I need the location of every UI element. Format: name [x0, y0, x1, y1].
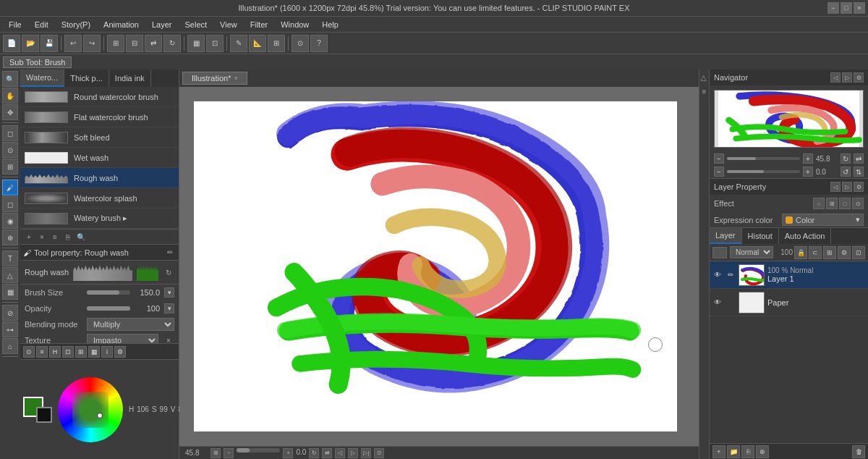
eyedropper-tool-icon[interactable]: ⊕: [2, 230, 18, 245]
status-btn-3[interactable]: +: [283, 448, 293, 458]
color-history-icon[interactable]: ⊡: [62, 346, 74, 358]
canvas-tab-close[interactable]: ×: [234, 75, 237, 82]
expression-color-dropdown[interactable]: Color ▾: [782, 214, 864, 226]
zoom-fit-button[interactable]: ⊡: [206, 35, 224, 52]
guide-button[interactable]: ⊞: [268, 35, 285, 52]
menu-help[interactable]: Help: [316, 19, 344, 30]
menu-select[interactable]: Select: [179, 19, 213, 30]
minimize-button[interactable]: −: [827, 2, 839, 14]
save-button[interactable]: 💾: [41, 35, 58, 52]
rotate-btn[interactable]: ↻: [309, 448, 319, 458]
menu-window[interactable]: Window: [275, 19, 315, 30]
opacity-toggle[interactable]: ▾: [164, 303, 174, 313]
sub-tool-tab-thick[interactable]: Thick p...: [64, 70, 109, 87]
layer-blend-dropdown[interactable]: Normal Multiply Screen: [730, 246, 773, 258]
brush-tool-icon[interactable]: 🖌: [2, 180, 18, 195]
menu-file[interactable]: File: [3, 19, 27, 30]
menu-animation[interactable]: Animation: [98, 19, 145, 30]
color-profile-button[interactable]: ⊙: [292, 35, 309, 52]
status-btn-2[interactable]: −: [224, 448, 234, 458]
select-tool-icon[interactable]: ◻: [2, 125, 18, 141]
menu-layer[interactable]: Layer: [146, 19, 178, 30]
color-hue-icon[interactable]: H: [49, 346, 61, 358]
opacity-slider[interactable]: [87, 306, 130, 311]
help-button[interactable]: ?: [310, 35, 328, 52]
brush-item-watercolor-splash[interactable]: Watercolor splash: [20, 188, 179, 209]
canvas-size-button[interactable]: ▦: [187, 35, 205, 52]
nav-angle-plus[interactable]: +: [803, 167, 813, 177]
rough-wash-reset-btn[interactable]: ↻: [163, 266, 174, 278]
close-button[interactable]: ×: [854, 2, 865, 14]
fill-tool-icon[interactable]: ◉: [2, 213, 18, 229]
lp-icon-1[interactable]: ◁: [830, 182, 841, 192]
zoom-slider[interactable]: [237, 448, 280, 452]
transform-button[interactable]: ⊞: [107, 35, 124, 52]
effect-circle-icon[interactable]: ○: [813, 198, 825, 209]
layer-1-edit[interactable]: ✏: [726, 270, 736, 280]
brush-item-flat[interactable]: Flat watercolor brush: [20, 107, 179, 127]
crop-tool-icon[interactable]: ⊞: [2, 159, 18, 174]
flip-button[interactable]: ⇄: [145, 35, 162, 52]
nav-zoom-in[interactable]: +: [803, 153, 813, 164]
background-color-swatch[interactable]: [36, 407, 52, 423]
canvas-viewport[interactable]: [179, 87, 699, 446]
pen-pressure-button[interactable]: ✎: [230, 35, 247, 52]
correct-tool-icon[interactable]: ⊘: [2, 305, 18, 321]
layer-ruler-btn[interactable]: ⊡: [852, 246, 865, 259]
nav-angle-slider[interactable]: [727, 170, 800, 173]
eraser-tool-icon[interactable]: ◻: [2, 196, 18, 212]
scale-button[interactable]: ⊟: [126, 35, 143, 52]
color-intermediate-icon[interactable]: ⊞: [75, 346, 87, 358]
layer-new-btn[interactable]: +: [712, 445, 726, 458]
nav-zoom-slider[interactable]: [727, 157, 800, 160]
redo-button[interactable]: ↪: [83, 35, 101, 52]
color-slider-icon[interactable]: ≡: [36, 346, 48, 358]
layer-lock-btn[interactable]: 🔒: [794, 246, 807, 259]
brush-add-btn[interactable]: +: [23, 231, 35, 243]
status-btn-1[interactable]: ⊞: [210, 448, 221, 458]
right-icon-1[interactable]: ◁: [699, 72, 710, 84]
menu-story[interactable]: Story(P): [56, 19, 96, 30]
nav-angle-mirror[interactable]: ⇅: [854, 167, 864, 177]
tool-property-settings[interactable]: ✏: [164, 247, 176, 258]
open-button[interactable]: 📂: [22, 35, 39, 52]
gradient-tool-icon[interactable]: ▦: [2, 284, 18, 300]
brush-delete-btn[interactable]: ×: [36, 231, 48, 243]
brush-search-btn[interactable]: 🔍: [75, 231, 87, 243]
color-wheel[interactable]: [58, 377, 123, 442]
maximize-button[interactable]: □: [841, 2, 852, 14]
brush-settings-btn[interactable]: ≡: [49, 231, 61, 243]
sub-tool-tab-watercolor[interactable]: Watero...: [20, 70, 64, 87]
hand-tool-icon[interactable]: ✋: [2, 88, 18, 104]
texture-delete-btn[interactable]: ×: [163, 334, 174, 343]
ruler-button[interactable]: 📐: [249, 35, 266, 52]
new-button[interactable]: 📄: [3, 35, 20, 52]
nav-refresh[interactable]: ↻: [841, 153, 851, 164]
nav-angle-reset[interactable]: ↺: [841, 167, 851, 177]
sub-tool-tab-india[interactable]: India ink: [109, 70, 151, 87]
color-swatch-icon[interactable]: ▦: [88, 346, 100, 358]
menu-filter[interactable]: Filter: [244, 19, 273, 30]
effect-border-icon[interactable]: □: [839, 198, 851, 209]
play-btn[interactable]: ▷: [348, 448, 358, 458]
blend-tool-icon[interactable]: ⌂: [2, 338, 18, 354]
menu-edit[interactable]: Edit: [29, 19, 54, 30]
undo-button[interactable]: ↩: [64, 35, 82, 52]
brush-item-wet-wash[interactable]: Wet wash: [20, 148, 179, 168]
color-settings-icon[interactable]: ⚙: [114, 346, 126, 358]
prev-btn[interactable]: ◁: [335, 448, 345, 458]
layer-tab-auto[interactable]: Auto Action: [779, 228, 832, 244]
color-info-icon[interactable]: i: [101, 346, 113, 358]
brush-copy-btn[interactable]: ⎘: [62, 231, 74, 243]
brush-size-slider[interactable]: [87, 290, 130, 295]
texture-dropdown[interactable]: Impasto Canvas Paper: [87, 334, 158, 343]
layer-clip-btn[interactable]: ⊂: [809, 246, 822, 259]
nav-icon-1[interactable]: ◁: [830, 72, 841, 83]
effect-grid-icon[interactable]: ⊞: [826, 198, 838, 209]
figure-tool-icon[interactable]: △: [2, 267, 18, 283]
rotate-button[interactable]: ↻: [163, 35, 181, 52]
zoom-tool-icon[interactable]: 🔍: [2, 71, 18, 87]
layer-delete-btn[interactable]: 🗑: [852, 445, 865, 458]
record-btn[interactable]: ⊙: [374, 448, 384, 458]
flip-btn[interactable]: ⇄: [322, 448, 332, 458]
